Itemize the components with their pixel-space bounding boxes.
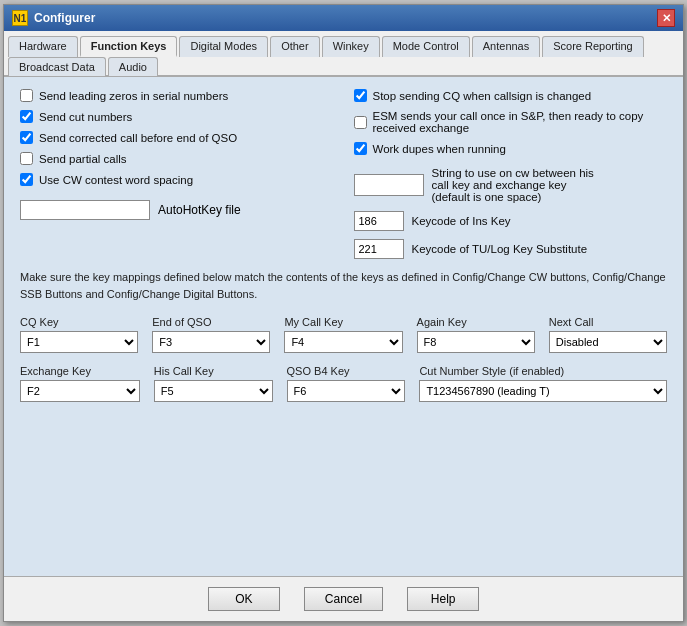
keycode-tu-input[interactable]: 221 [354,239,404,259]
work-dupes-label: Work dupes when running [373,143,506,155]
cq-key-select[interactable]: F1F2F3F4F5F6F7F8 [20,331,138,353]
autohot-row: AutoHotKey file [20,200,334,220]
work-dupes-row: Work dupes when running [354,142,668,155]
tab-hardware[interactable]: Hardware [8,36,78,57]
bottom-bar: OK Cancel Help [4,576,683,621]
stop-sending-cq-label: Stop sending CQ when callsign is changed [373,90,592,102]
exchange-key-label: Exchange Key [20,365,140,377]
key-mappings-row1: CQ Key F1F2F3F4F5F6F7F8 End of QSO F1F2F… [20,316,667,353]
again-key-label: Again Key [417,316,535,328]
end-qso-label: End of QSO [152,316,270,328]
end-qso-group: End of QSO F1F2F3F4F5F6F7F8 [152,316,270,353]
tab-antennas[interactable]: Antennas [472,36,540,57]
keycode-tu-label: Keycode of TU/Log Key Substitute [412,243,588,255]
send-cut-numbers-checkbox[interactable] [20,110,33,123]
use-cw-contest-label: Use CW contest word spacing [39,174,193,186]
next-call-group: Next Call DisabledF1F2F3F4 [549,316,667,353]
send-corrected-call-row: Send corrected call before end of QSO [20,131,334,144]
his-call-key-select[interactable]: F1F2F3F4F5 [154,380,273,402]
exchange-key-group: Exchange Key F1F2F3F4 [20,365,140,402]
next-call-select[interactable]: DisabledF1F2F3F4 [549,331,667,353]
again-key-group: Again Key F1F2F3F4F5F6F7F8 [417,316,535,353]
my-call-key-label: My Call Key [284,316,402,328]
end-qso-select[interactable]: F1F2F3F4F5F6F7F8 [152,331,270,353]
ok-button[interactable]: OK [208,587,280,611]
send-leading-zeros-label: Send leading zeros in serial numbers [39,90,228,102]
tab-other[interactable]: Other [270,36,320,57]
keycode-ins-label: Keycode of Ins Key [412,215,511,227]
my-call-key-select[interactable]: F1F2F3F4F5F6F7F8 [284,331,402,353]
string-label: String to use on cw between hiscall key … [432,167,594,203]
qso-b4-key-label: QSO B4 Key [287,365,406,377]
esm-sends-label: ESM sends your call once in S&P, then re… [373,110,668,134]
cq-key-label: CQ Key [20,316,138,328]
cut-number-style-group: Cut Number Style (if enabled) T123456789… [419,365,667,402]
qso-b4-key-group: QSO B4 Key F1F2F3F4F5F6 [287,365,406,402]
options-section: Send leading zeros in serial numbers Sen… [20,89,667,259]
work-dupes-checkbox[interactable] [354,142,367,155]
tab-digital-modes[interactable]: Digital Modes [179,36,268,57]
window-title: Configurer [34,11,95,25]
string-input[interactable] [354,174,424,196]
send-leading-zeros-checkbox[interactable] [20,89,33,102]
cq-key-group: CQ Key F1F2F3F4F5F6F7F8 [20,316,138,353]
tab-audio[interactable]: Audio [108,57,158,76]
keycode-tu-row: 221 Keycode of TU/Log Key Substitute [354,239,668,259]
send-partial-calls-checkbox[interactable] [20,152,33,165]
tab-score-reporting[interactable]: Score Reporting [542,36,644,57]
tab-bar: Hardware Function Keys Digital Modes Oth… [4,31,683,77]
main-window: N1 Configurer ✕ Hardware Function Keys D… [3,4,684,622]
close-button[interactable]: ✕ [657,9,675,27]
send-corrected-call-checkbox[interactable] [20,131,33,144]
cancel-button[interactable]: Cancel [304,587,383,611]
right-options: Stop sending CQ when callsign is changed… [354,89,668,259]
string-row: String to use on cw between hiscall key … [354,167,668,203]
tab-function-keys[interactable]: Function Keys [80,36,178,57]
left-options: Send leading zeros in serial numbers Sen… [20,89,334,259]
my-call-key-group: My Call Key F1F2F3F4F5F6F7F8 [284,316,402,353]
cut-number-style-label: Cut Number Style (if enabled) [419,365,667,377]
tab-winkey[interactable]: Winkey [322,36,380,57]
use-cw-contest-row: Use CW contest word spacing [20,173,334,186]
autohot-label: AutoHotKey file [158,203,241,217]
exchange-key-select[interactable]: F1F2F3F4 [20,380,140,402]
title-bar-left: N1 Configurer [12,10,95,26]
send-partial-calls-label: Send partial calls [39,153,127,165]
his-call-key-group: His Call Key F1F2F3F4F5 [154,365,273,402]
use-cw-contest-checkbox[interactable] [20,173,33,186]
autohot-input[interactable] [20,200,150,220]
title-bar: N1 Configurer ✕ [4,5,683,31]
send-cut-numbers-label: Send cut numbers [39,111,132,123]
help-button[interactable]: Help [407,587,479,611]
keycode-ins-input[interactable]: 186 [354,211,404,231]
key-mappings-row2: Exchange Key F1F2F3F4 His Call Key F1F2F… [20,365,667,402]
again-key-select[interactable]: F1F2F3F4F5F6F7F8 [417,331,535,353]
esm-sends-row: ESM sends your call once in S&P, then re… [354,110,668,134]
stop-sending-cq-row: Stop sending CQ when callsign is changed [354,89,668,102]
send-cut-numbers-row: Send cut numbers [20,110,334,123]
send-leading-zeros-row: Send leading zeros in serial numbers [20,89,334,102]
his-call-key-label: His Call Key [154,365,273,377]
app-icon: N1 [12,10,28,26]
info-text: Make sure the key mappings defined below… [20,267,667,304]
send-partial-calls-row: Send partial calls [20,152,334,165]
qso-b4-key-select[interactable]: F1F2F3F4F5F6 [287,380,406,402]
tab-content: Send leading zeros in serial numbers Sen… [4,77,683,576]
tab-broadcast-data[interactable]: Broadcast Data [8,57,106,76]
send-corrected-call-label: Send corrected call before end of QSO [39,132,237,144]
tab-mode-control[interactable]: Mode Control [382,36,470,57]
stop-sending-cq-checkbox[interactable] [354,89,367,102]
keycode-ins-row: 186 Keycode of Ins Key [354,211,668,231]
next-call-label: Next Call [549,316,667,328]
cut-number-style-select[interactable]: T1234567890 (leading T) 0123456789 (norm… [419,380,667,402]
esm-sends-checkbox[interactable] [354,116,367,129]
